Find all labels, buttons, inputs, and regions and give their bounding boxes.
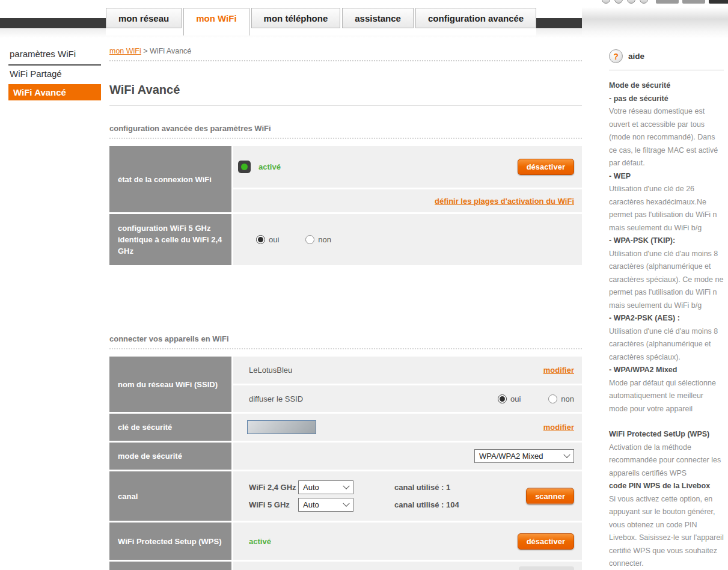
livebox-admin-page: mon réseau mon WiFi mon téléphone assist… [0,0,728,570]
row-canal: canal WiFi 2,4 GHz Auto canal utilisé : … [109,471,582,521]
ssid-broadcast-radio-non[interactable] [548,394,557,403]
help-heading: - WEP [609,170,724,183]
chevron-down-icon [563,451,570,458]
section-title-config-avancee: configuration avancée des paramètres WiF… [109,124,582,139]
breadcrumb-separator: > [143,47,147,55]
wifi-schedule-link[interactable]: définir les plages d'activation du WiFi [435,197,574,206]
help-text: Utilisation d'une clé de 26 caractères h… [609,183,724,234]
same-config-radio-oui-label: oui [269,235,279,244]
tab-assistance[interactable]: assistance [342,8,414,28]
tab-mon-wifi[interactable]: mon WiFi [183,8,249,35]
chevron-down-icon [343,500,349,506]
security-mode-select[interactable]: WPA/WPA2 Mixed [474,449,574,463]
wifi-disable-button[interactable]: désactiver [518,159,574,175]
header-button[interactable] [656,0,679,4]
help-text: Utilisation d'une clé d'au moins 8 carac… [609,325,724,364]
row-label-canal: canal [109,471,231,521]
help-text: Si vous activez cette option, en appuyan… [609,493,724,570]
tab-mon-telephone[interactable]: mon téléphone [251,8,341,28]
canal-band5-selected-value: Auto [303,500,319,509]
ssid-modify-link[interactable]: modifier [543,366,574,375]
same-config-radio-non[interactable] [305,235,314,244]
canal-band24-used: canal utilisé : 1 [394,483,450,492]
main-content: mon WiFi > WiFi Avancé WiFi Avancé confi… [109,47,582,570]
header-circle-icon[interactable] [640,0,648,4]
row-config-5ghz-identique: configuration WiFi 5 GHz identique à cel… [109,214,582,265]
help-text: Mode par défaut qui sélectionne automati… [609,377,724,416]
help-heading: - WPA/WPA2 Mixed [609,364,724,377]
sidebar-item-wifi-avance[interactable]: WiFi Avancé [8,84,101,100]
ssid-broadcast-radio-non-label: non [561,394,574,403]
security-mode-selected-value: WPA/WPA2 Mixed [479,452,543,461]
canal-scan-button[interactable]: scanner [526,488,574,504]
title-divider [109,105,582,106]
main-nav-tabs: mon réseau mon WiFi mon téléphone assist… [106,8,536,35]
wifi-status-text: activé [258,162,281,171]
ssid-value: LeLotusBleu [249,366,292,375]
help-text: Activation de la méthode recommandée pou… [609,441,724,480]
top-right-icons [602,0,728,4]
help-heading: code PIN WPS de la Livebox [609,480,724,493]
help-text: Utilisation d'une clé d'au moins 8 carac… [609,248,724,313]
tab-mon-reseau[interactable]: mon réseau [106,8,182,28]
wifi-sidebar: paramètres WiFi WiFi Partagé WiFi Avancé [8,46,101,100]
header-circle-icon[interactable] [614,0,623,4]
row-label-partial [109,562,231,570]
wifi-status-led-icon [238,161,251,173]
same-config-radio-oui[interactable] [256,235,265,244]
row-label-etat-connexion: état de la connexion WiFi [109,146,231,212]
row-label-ssid: nom du réseau WiFi (SSID) [109,357,231,412]
ssid-broadcast-radio-oui[interactable] [498,394,507,403]
header-circle-icon[interactable] [627,0,635,4]
help-title: aide [628,52,644,61]
wps-disable-button[interactable]: désactiver [518,533,574,550]
help-heading: - WPA2-PSK (AES) : [609,312,724,325]
connecter-appareils-table: nom du réseau WiFi (SSID) LeLotusBleu mo… [109,357,582,570]
canal-band24-select[interactable]: Auto [298,480,353,494]
row-ssid: nom du réseau WiFi (SSID) LeLotusBleu mo… [109,357,582,412]
header-button[interactable] [682,0,705,4]
ssid-broadcast-radio-oui-label: oui [510,394,521,403]
question-mark-icon: ? [609,49,623,63]
section-title-connecter-appareils: connecter vos appareils en WiFi [109,334,582,349]
tab-configuration-avancee[interactable]: configuration avancée [415,8,536,28]
row-label-cle-securite: clé de sécurité [109,414,231,441]
row-label-mode-securite: mode de sécurité [109,443,231,470]
help-heading: Mode de sécurité [609,79,724,93]
help-heading: - WPA-PSK (TKIP): [609,234,724,248]
canal-band24-label: WiFi 2,4 GHz [249,483,298,492]
config-avancee-table: état de la connexion WiFi activé désacti… [109,146,582,265]
header-circle-icon[interactable] [602,0,610,4]
row-cle-securite: clé de sécurité modifier [109,414,582,441]
security-key-modify-link[interactable]: modifier [543,423,574,432]
breadcrumb: mon WiFi > WiFi Avancé [109,47,582,61]
help-body: Mode de sécurité - pas de sécurité Votre… [609,79,724,570]
sidebar-item-wifi-partage[interactable]: WiFi Partagé [8,66,101,82]
help-panel: ? aide Mode de sécurité - pas de sécurit… [609,49,724,570]
chevron-down-icon [343,482,349,489]
canal-band24-selected-value: Auto [303,483,319,492]
row-label-wps: WiFi Protected Setup (WPS) [109,522,231,560]
same-config-radio-non-label: non [318,235,331,244]
security-key-masked-field [247,420,316,434]
canal-band5-select[interactable]: Auto [298,498,353,512]
breadcrumb-link-mon-wifi[interactable]: mon WiFi [109,47,141,55]
help-header: ? aide [609,49,724,70]
row-label-config-5ghz: configuration WiFi 5 GHz identique à cel… [109,214,231,265]
row-partial-cutoff [109,562,582,570]
ssid-broadcast-label: diffuser le SSID [249,394,303,403]
breadcrumb-current: WiFi Avancé [150,47,191,55]
help-heading: - pas de sécurité [609,93,724,106]
canal-band5-used: canal utilisé : 104 [394,500,459,509]
row-wps: WiFi Protected Setup (WPS) activé désact… [109,522,582,560]
header-right-fade [582,7,728,38]
header-button-dark[interactable] [709,0,728,4]
help-heading: WiFi Protected SetUp (WPS) [609,428,724,441]
row-mode-securite: mode de sécurité WPA/WPA2 Mixed [109,443,582,470]
canal-band5-label: WiFi 5 GHz [249,500,298,509]
help-text: Votre réseau domestique est ouvert et ac… [609,105,724,170]
partial-button-ghost [519,566,574,570]
row-etat-connexion: état de la connexion WiFi activé désacti… [109,146,582,212]
sidebar-item-parametres-wifi[interactable]: paramètres WiFi [8,46,101,66]
page-title: WiFi Avancé [109,83,582,97]
